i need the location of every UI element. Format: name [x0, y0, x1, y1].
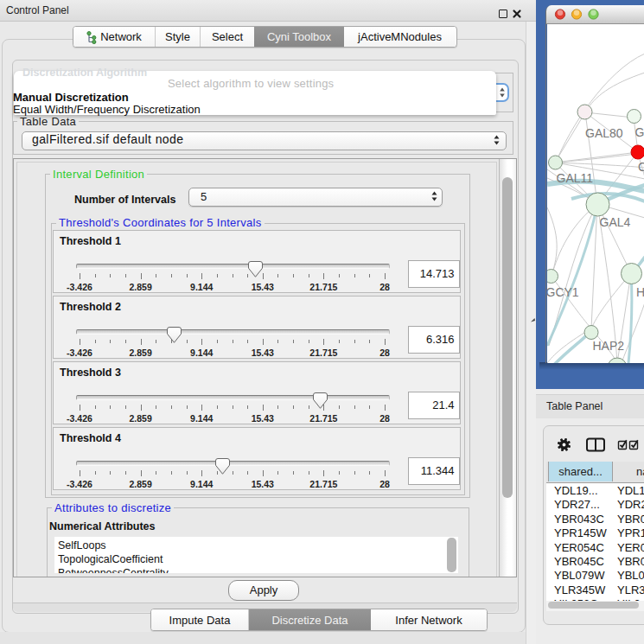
svg-text:GA: GA: [635, 125, 644, 139]
svg-text:GAL4: GAL4: [600, 215, 631, 229]
svg-text:HAP2: HAP2: [593, 339, 625, 353]
svg-text:C: C: [638, 160, 644, 174]
svg-text:GAL11: GAL11: [557, 171, 594, 185]
svg-text:H: H: [636, 285, 644, 299]
svg-text:GAL80: GAL80: [585, 126, 623, 140]
svg-text:GCY1: GCY1: [547, 285, 579, 299]
